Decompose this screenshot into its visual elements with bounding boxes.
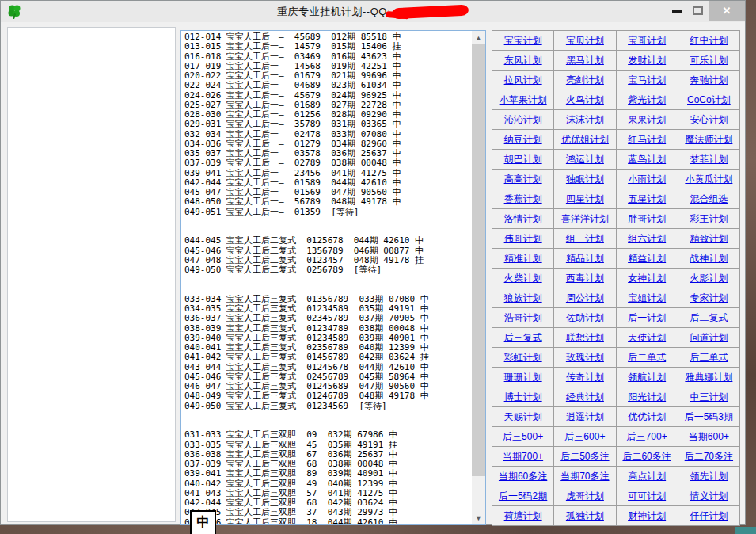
plan-link[interactable]: 后三700+ — [627, 430, 667, 444]
plan-link[interactable]: 高点计划 — [628, 470, 666, 483]
title-bar[interactable]: 重庆专业挂机计划--QQ: ✕ — [1, 1, 745, 22]
plan-link[interactable]: 洛情计划 — [504, 212, 542, 226]
plan-link[interactable]: 香蕉计划 — [504, 193, 542, 206]
plan-link[interactable]: 组六计划 — [628, 232, 666, 246]
plan-link[interactable]: 黑马计划 — [566, 54, 604, 67]
plan-link[interactable]: 可可计划 — [628, 490, 666, 503]
plan-link[interactable]: 独眠计划 — [566, 173, 604, 186]
plan-link[interactable]: 阳光计划 — [628, 391, 666, 404]
plan-link[interactable]: 小黄瓜计划 — [685, 173, 732, 186]
plan-link[interactable]: 精致计划 — [690, 232, 728, 246]
plan-link[interactable]: 专家计划 — [690, 292, 728, 305]
plan-link[interactable]: 后一5码3期 — [685, 410, 733, 424]
plan-link[interactable]: 彩虹计划 — [504, 351, 542, 364]
plan-link[interactable]: 宝贝计划 — [566, 34, 604, 48]
plan-link[interactable]: 五星计划 — [628, 193, 666, 206]
output-scrollbar[interactable]: ▲ ▼ — [472, 31, 485, 524]
plan-link[interactable]: 精益计划 — [628, 252, 666, 265]
plan-link[interactable]: 沁沁计划 — [504, 113, 542, 127]
plan-link[interactable]: 伟哥计划 — [504, 232, 542, 246]
plan-link[interactable]: 火影计划 — [690, 272, 728, 285]
plan-link[interactable]: 奔驰计划 — [690, 74, 728, 87]
plan-link[interactable]: 胡巴计划 — [504, 153, 542, 166]
plan-link[interactable]: 后一5码2期 — [499, 490, 547, 503]
plan-link[interactable]: 彩王计划 — [690, 212, 728, 226]
plan-link[interactable]: CoCo计划 — [687, 93, 731, 107]
plan-link[interactable]: 胖哥计划 — [628, 212, 666, 226]
minimize-button[interactable] — [672, 10, 682, 13]
plan-link[interactable]: 战神计划 — [690, 252, 728, 265]
plan-link[interactable]: 火柴计划 — [504, 272, 542, 285]
plan-link[interactable]: 女神计划 — [628, 272, 666, 285]
plan-link[interactable]: 后二60多注 — [622, 450, 671, 463]
plan-link[interactable]: 仔仔计划 — [690, 509, 728, 523]
plan-link[interactable]: 孤独计划 — [566, 509, 604, 523]
scrollbar-thumb[interactable] — [472, 44, 485, 476]
plan-link[interactable]: 宝马计划 — [628, 74, 666, 87]
plan-link[interactable]: 周公计划 — [566, 292, 604, 305]
plan-link[interactable]: 可乐计划 — [690, 54, 728, 67]
plan-link[interactable]: 混合组选 — [690, 193, 728, 206]
plan-link[interactable]: 四星计划 — [566, 193, 604, 206]
plan-link[interactable]: 中三计划 — [690, 391, 728, 404]
plan-link[interactable]: 紫光计划 — [628, 93, 666, 107]
plan-link[interactable]: 蓝鸟计划 — [628, 153, 666, 166]
plan-link[interactable]: 虎哥计划 — [566, 490, 604, 503]
plan-link[interactable]: 火鸟计划 — [566, 93, 604, 107]
plan-link[interactable]: 后二单式 — [628, 351, 666, 364]
plan-link[interactable]: 联想计划 — [566, 331, 604, 345]
plan-link[interactable]: 当期70多注 — [560, 470, 609, 483]
plan-link[interactable]: 后三500+ — [503, 430, 543, 444]
plan-link[interactable]: 佐助计划 — [566, 311, 604, 325]
plan-link[interactable]: 领先计划 — [690, 470, 728, 483]
plan-link[interactable]: 喜洋洋计划 — [561, 212, 609, 226]
plan-link[interactable]: 发财计划 — [628, 54, 666, 67]
close-button[interactable]: ✕ — [709, 1, 745, 21]
plan-link[interactable]: 组三计划 — [566, 232, 604, 246]
plan-link[interactable]: 安心计划 — [690, 113, 728, 127]
plan-link[interactable]: 领航计划 — [628, 371, 666, 384]
plan-link[interactable]: 狼族计划 — [504, 292, 542, 305]
plan-link[interactable]: 后二70多注 — [685, 450, 733, 463]
plan-link[interactable]: 宝姐计划 — [628, 292, 666, 305]
plan-link[interactable]: 博士计划 — [504, 391, 542, 404]
plan-link[interactable]: 后三单式 — [690, 351, 728, 364]
plan-output-area[interactable]: 012-014 宝宝人工后一— 45689 012期 85518 中013-01… — [180, 30, 486, 525]
plan-link[interactable]: 后二50多注 — [560, 450, 609, 463]
plan-link[interactable]: 当期600+ — [689, 430, 729, 444]
plan-link[interactable]: 后二复式 — [690, 311, 728, 325]
plan-link[interactable]: 红中计划 — [690, 34, 728, 48]
plan-link[interactable]: 传奇计划 — [566, 371, 604, 384]
plan-link[interactable]: 精品计划 — [566, 252, 604, 265]
plan-link[interactable]: 当期700+ — [503, 450, 543, 463]
plan-link[interactable]: 后三600+ — [564, 430, 605, 444]
plan-link[interactable]: 果果计划 — [628, 113, 666, 127]
plan-link[interactable]: 情义计划 — [690, 490, 728, 503]
plan-link[interactable]: 天使计划 — [628, 331, 666, 345]
plan-link[interactable]: 小雨计划 — [628, 173, 666, 186]
plan-link[interactable]: 亮剑计划 — [566, 74, 604, 87]
plan-link[interactable]: 宝宝计划 — [504, 34, 542, 48]
plan-link[interactable]: 后一计划 — [628, 311, 666, 325]
plan-link[interactable]: 天赐计划 — [504, 410, 542, 424]
plan-link[interactable]: 经典计划 — [566, 391, 604, 404]
plan-link[interactable]: 雅典娜计划 — [685, 371, 732, 384]
plan-link[interactable]: 逍遥计划 — [566, 410, 604, 424]
plan-link[interactable]: 高高计划 — [504, 173, 542, 186]
scroll-down-icon[interactable]: ▼ — [472, 511, 485, 524]
plan-link[interactable]: 当期60多注 — [499, 470, 547, 483]
plan-link[interactable]: 优优计划 — [628, 410, 666, 424]
scroll-up-icon[interactable]: ▲ — [472, 31, 485, 44]
plan-link[interactable]: 小苹果计划 — [500, 93, 547, 107]
plan-link[interactable]: 西毒计划 — [566, 272, 604, 285]
plan-link[interactable]: 玫瑰计划 — [566, 351, 604, 364]
plan-link[interactable]: 梦菲计划 — [690, 153, 728, 166]
plan-link[interactable]: 珊珊计划 — [504, 371, 542, 384]
plan-link[interactable]: 红马计划 — [628, 133, 666, 147]
plan-link[interactable]: 东风计划 — [504, 54, 542, 67]
plan-link[interactable]: 魔法师计划 — [685, 133, 732, 147]
maximize-button[interactable] — [693, 6, 703, 15]
plan-link[interactable]: 问道计划 — [690, 331, 728, 345]
plan-link[interactable]: 纳豆计划 — [504, 133, 542, 147]
plan-link[interactable]: 沫沫计划 — [566, 113, 604, 127]
